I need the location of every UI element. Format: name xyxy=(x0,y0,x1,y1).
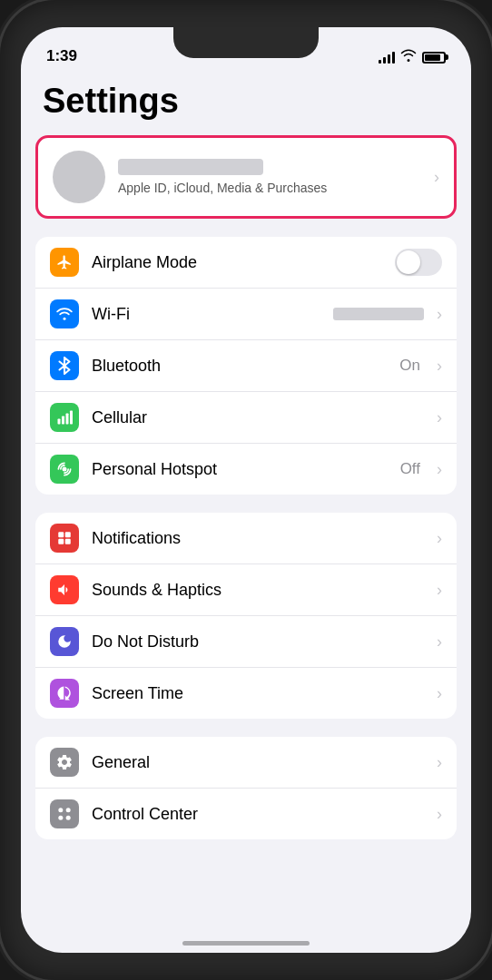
notifications-icon xyxy=(50,524,79,553)
hotspot-icon xyxy=(50,455,79,484)
airplane-mode-toggle[interactable] xyxy=(395,249,442,276)
svg-point-11 xyxy=(58,816,63,820)
svg-rect-3 xyxy=(70,411,73,425)
phone-frame: 1:39 Settings xyxy=(0,0,492,980)
screentime-icon xyxy=(50,679,79,708)
dnd-icon xyxy=(50,627,79,656)
cellular-icon xyxy=(50,403,79,432)
wifi-label: Wi-Fi xyxy=(92,305,320,324)
bluetooth-label: Bluetooth xyxy=(92,357,387,376)
apple-id-chevron: › xyxy=(434,168,439,187)
airplane-mode-label: Airplane Mode xyxy=(92,253,382,272)
svg-rect-5 xyxy=(58,532,64,537)
control-center-icon xyxy=(50,799,79,828)
wifi-chevron: › xyxy=(437,305,442,324)
bluetooth-icon xyxy=(50,351,79,380)
wifi-row[interactable]: Wi-Fi › xyxy=(35,289,457,340)
bluetooth-row[interactable]: Bluetooth On › xyxy=(35,340,457,392)
settings-content[interactable]: Settings Apple ID, iCloud, Media & Purch… xyxy=(21,73,471,953)
wifi-status-icon xyxy=(400,49,417,65)
connectivity-group: Airplane Mode Wi-Fi xyxy=(35,237,457,495)
svg-rect-1 xyxy=(62,416,64,425)
bluetooth-chevron: › xyxy=(437,357,442,376)
general-group: General › Control Center › xyxy=(35,737,457,839)
screentime-chevron: › xyxy=(437,684,442,703)
screen: 1:39 Settings xyxy=(21,27,471,953)
apple-id-row[interactable]: Apple ID, iCloud, Media & Purchases › xyxy=(38,138,454,216)
general-row[interactable]: General › xyxy=(35,737,457,789)
screentime-label: Screen Time xyxy=(92,684,424,703)
airplane-mode-icon xyxy=(50,248,79,277)
control-center-chevron: › xyxy=(437,805,442,824)
svg-rect-2 xyxy=(66,414,69,425)
cellular-chevron: › xyxy=(437,408,442,427)
status-time: 1:39 xyxy=(46,47,77,65)
svg-rect-0 xyxy=(58,419,61,425)
svg-point-10 xyxy=(66,808,71,812)
screentime-row[interactable]: Screen Time › xyxy=(35,668,457,719)
svg-point-12 xyxy=(66,816,71,820)
dnd-label: Do Not Disturb xyxy=(92,632,424,652)
wifi-icon xyxy=(50,299,79,328)
general-chevron: › xyxy=(437,753,442,772)
wifi-network-value xyxy=(333,308,424,320)
apple-id-name-blurred xyxy=(118,159,263,175)
hotspot-chevron: › xyxy=(437,460,442,479)
cellular-label: Cellular xyxy=(92,408,424,427)
sounds-chevron: › xyxy=(437,581,442,600)
cellular-row[interactable]: Cellular › xyxy=(35,392,457,444)
hotspot-row[interactable]: Personal Hotspot Off › xyxy=(35,444,457,495)
general-label: General xyxy=(92,753,424,772)
notifications-label: Notifications xyxy=(92,529,424,548)
notifications-row[interactable]: Notifications › xyxy=(35,513,457,564)
hotspot-value: Off xyxy=(400,460,420,478)
page-title: Settings xyxy=(21,73,471,135)
airplane-mode-row[interactable]: Airplane Mode xyxy=(35,237,457,289)
svg-rect-7 xyxy=(58,539,64,544)
sounds-icon xyxy=(50,575,79,604)
bluetooth-value: On xyxy=(399,357,420,375)
svg-point-9 xyxy=(58,808,63,812)
control-center-label: Control Center xyxy=(92,805,424,824)
sounds-row[interactable]: Sounds & Haptics › xyxy=(35,564,457,616)
notifications-chevron: › xyxy=(437,529,442,548)
general-icon xyxy=(50,748,79,777)
dnd-row[interactable]: Do Not Disturb › xyxy=(35,616,457,668)
avatar xyxy=(53,151,105,203)
apple-id-info: Apple ID, iCloud, Media & Purchases xyxy=(118,159,421,195)
system-group: Notifications › Sounds & Haptics › xyxy=(35,513,457,719)
apple-id-section[interactable]: Apple ID, iCloud, Media & Purchases › xyxy=(35,135,457,219)
status-icons xyxy=(379,49,446,65)
control-center-row[interactable]: Control Center › xyxy=(35,789,457,839)
notch xyxy=(173,27,319,58)
battery-icon xyxy=(422,52,446,64)
dnd-chevron: › xyxy=(437,632,442,652)
svg-rect-6 xyxy=(65,532,71,537)
sounds-label: Sounds & Haptics xyxy=(92,581,424,600)
apple-id-subtitle: Apple ID, iCloud, Media & Purchases xyxy=(118,181,421,195)
home-indicator xyxy=(182,941,310,946)
svg-point-4 xyxy=(63,467,67,472)
hotspot-label: Personal Hotspot xyxy=(92,460,388,479)
svg-rect-8 xyxy=(65,539,71,544)
signal-bars-icon xyxy=(379,51,395,64)
